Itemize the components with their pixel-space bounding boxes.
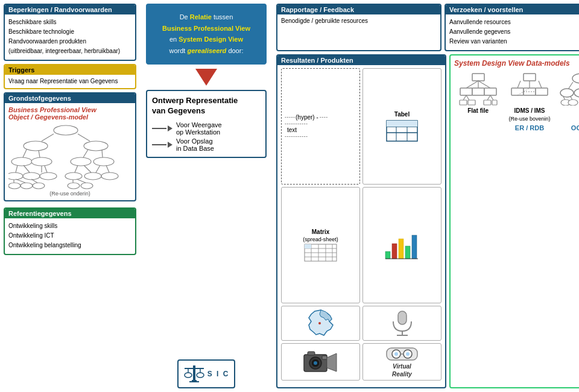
svg-rect-63 <box>405 246 410 259</box>
svg-line-86 <box>478 81 490 88</box>
map-cell <box>281 306 360 341</box>
ontwerp-box: Ontwerp Representatie van Gegevens Voor … <box>146 90 267 158</box>
svg-line-84 <box>466 81 478 88</box>
rapportage-box: Rapportage / Feedback Benodigde / gebrui… <box>276 4 441 51</box>
svg-rect-83 <box>472 74 484 81</box>
svg-line-23 <box>75 165 78 172</box>
svg-point-18 <box>101 172 118 180</box>
svg-rect-87 <box>460 88 472 95</box>
virtual-reality-label: VirtualReality <box>392 362 412 378</box>
svg-point-119 <box>568 100 578 106</box>
svg-line-25 <box>96 165 100 172</box>
svg-line-108 <box>568 82 573 89</box>
idms-label: IDMS / IMS <box>514 107 545 114</box>
svg-point-107 <box>572 74 579 83</box>
verzoeken-item-2: Aanvullende gegevens <box>449 27 579 37</box>
svg-rect-61 <box>392 244 397 259</box>
svg-point-30 <box>68 183 80 189</box>
rapportage-text: Benodigde / gebruikte resources <box>281 17 437 24</box>
relatie-word: Relatie <box>190 13 212 21</box>
bar-chart-icon <box>384 230 420 261</box>
svg-point-0 <box>54 125 78 135</box>
svg-point-66 <box>318 322 321 324</box>
svg-point-9 <box>71 157 91 166</box>
svg-point-2 <box>84 141 108 151</box>
svg-point-14 <box>23 172 40 180</box>
left-column: Beperkingen / Randvoorwaarden Beschikbar… <box>4 4 136 388</box>
resultaten-title: Resultaten / Produkten <box>277 55 445 65</box>
spreadsheet-icon <box>304 244 337 262</box>
referentie-item-2: Ontwikkeling ICT <box>8 231 131 241</box>
idms-reuse: (Re-use bovenin) <box>508 116 550 122</box>
svg-point-1 <box>24 141 48 151</box>
svg-rect-104 <box>536 88 548 95</box>
svg-rect-50 <box>387 121 417 127</box>
er-rdb-label: ER / RDB <box>505 124 553 131</box>
svg-line-33 <box>16 179 25 183</box>
svg-point-80 <box>394 352 398 356</box>
svg-line-101 <box>539 81 542 88</box>
virtual-reality-cell: VirtualReality <box>362 343 441 381</box>
right-column: Rapportage / Feedback Benodigde / gebrui… <box>276 4 579 388</box>
system-design-title: System Design View Data-models <box>454 59 579 68</box>
svg-point-13 <box>8 172 23 180</box>
oodb-label: OODB <box>557 124 579 131</box>
main-container: Beperkingen / Randvoorwaarden Beschikbar… <box>0 0 579 392</box>
svg-point-81 <box>406 352 410 356</box>
svg-point-16 <box>65 172 82 180</box>
svg-rect-75 <box>308 352 315 355</box>
vr-icon <box>385 346 419 362</box>
bpv-line2: Object / Gegevens-model <box>8 113 131 121</box>
flat-file-icon <box>457 72 499 106</box>
svg-point-27 <box>8 183 21 189</box>
map-icon <box>303 308 339 338</box>
relatie-box: De Relatie tussen Business Professional … <box>146 4 267 65</box>
system-design-section: System Design View Data-models <box>449 54 579 388</box>
grondstof-title: Grondstofgegevens <box>5 93 135 103</box>
svg-line-91 <box>466 95 469 100</box>
svg-line-11 <box>83 150 88 157</box>
svg-line-26 <box>106 165 109 172</box>
svg-line-36 <box>77 179 86 183</box>
svg-point-31 <box>81 183 93 189</box>
right-main-section: Resultaten / Produkten - - - - - (hyper)… <box>276 54 579 388</box>
system-design-box: System Design View Data-models <box>449 54 579 388</box>
beperkingen-item-4: (uitbreidbaar, integreerbaar, herbruikba… <box>8 46 131 56</box>
microphone-icon <box>387 308 417 338</box>
svg-point-112 <box>574 89 579 97</box>
matrix-sub: (spread-sheet) <box>303 236 338 242</box>
svg-point-39 <box>185 373 192 378</box>
svg-line-3 <box>42 134 54 141</box>
tabel-label: Tabel <box>394 111 410 118</box>
relatie-door: door: <box>226 47 243 54</box>
sic-label: S I C <box>207 370 230 378</box>
matrix-cell: Matrix (spread-sheet) <box>281 187 360 303</box>
svg-rect-98 <box>524 74 536 81</box>
verzoeken-box: Verzoeken / voorstellen Aanvullende reso… <box>445 4 579 51</box>
svg-rect-44 <box>189 381 199 382</box>
svg-point-29 <box>33 183 45 189</box>
ontwerp-item2b: in Data Base <box>176 145 214 152</box>
svg-rect-60 <box>385 251 390 259</box>
verzoeken-title: Verzoeken / voorstellen <box>446 5 579 14</box>
rapportage-title: Rapportage / Feedback <box>277 5 440 14</box>
beperkingen-item-3: Randvoorwaarden produkten <box>8 37 131 46</box>
tabel-cell: Tabel <box>362 68 441 185</box>
svg-rect-95 <box>468 100 475 105</box>
referentie-box: Referentiegegevens Ontwikkeling skills O… <box>4 207 136 255</box>
camera-icon <box>303 349 339 376</box>
svg-rect-94 <box>460 100 467 105</box>
ontwerp-item1a: Voor Weergave <box>176 121 222 128</box>
verzoeken-item-3: Review van varianten <box>449 37 579 46</box>
svg-line-12 <box>102 150 103 157</box>
oodb-icon <box>560 72 579 106</box>
svg-rect-64 <box>412 235 417 259</box>
tabel-icon <box>385 119 419 142</box>
svg-point-73 <box>314 361 317 365</box>
svg-rect-96 <box>484 100 491 105</box>
svg-marker-76 <box>327 353 337 371</box>
svg-point-28 <box>21 183 33 189</box>
svg-point-111 <box>560 89 574 97</box>
bpv-line1: Business Professional View <box>8 106 131 113</box>
svg-line-93 <box>490 95 493 100</box>
